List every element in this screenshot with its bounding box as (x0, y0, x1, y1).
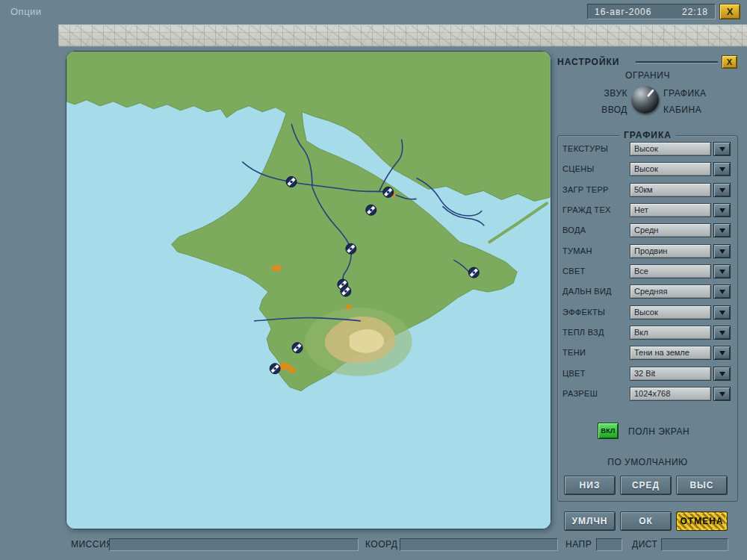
airfield-marker (468, 267, 479, 278)
ok-button[interactable]: ОК (620, 511, 672, 531)
settings-close-button[interactable]: X (722, 55, 737, 69)
airfield-marker (383, 187, 394, 197)
crimea-map (66, 52, 551, 529)
settings-header-rule (636, 61, 718, 63)
preset-high-button[interactable]: ВЫС (676, 476, 728, 495)
chevron-down-icon[interactable] (713, 183, 731, 197)
coord-label: КООРД (365, 539, 397, 550)
defaults-label: ПО УМОЛЧАНИЮ (557, 457, 738, 467)
airfield-marker (286, 176, 297, 187)
airfield-marker (346, 243, 356, 254)
dropdown-value[interactable]: Все (630, 264, 711, 279)
option-row-fog: ТУМАН Продвин (557, 244, 738, 258)
chevron-down-icon[interactable] (713, 367, 731, 381)
option-label: ТЕПЛ ВЗД (562, 328, 604, 337)
knob-option-sound[interactable]: ЗВУК (581, 88, 627, 99)
option-row-water: ВОДА Средн (557, 223, 738, 237)
option-row-color-depth: ЦВЕТ 32 Bit (557, 367, 738, 381)
airfield-marker (366, 205, 376, 215)
option-label: ТЕКСТУРЫ (562, 144, 608, 153)
chevron-down-icon[interactable] (713, 305, 731, 320)
chevron-down-icon[interactable] (713, 264, 731, 279)
close-icon: X (727, 6, 734, 17)
chevron-down-icon[interactable] (713, 244, 731, 258)
chevron-down-icon[interactable] (713, 203, 731, 217)
heading-input[interactable] (596, 538, 622, 551)
option-row-scenes: СЦЕНЫ Высок (557, 162, 738, 176)
category-knob[interactable] (631, 86, 659, 113)
dropdown-value[interactable]: 32 Bit (630, 367, 711, 381)
option-label: ТУМАН (562, 246, 592, 255)
dropdown-value[interactable]: 50км (630, 183, 711, 197)
heading-label: НАПР (565, 539, 592, 550)
option-label: ДАЛЬН ВИД (562, 287, 612, 296)
option-row-terrain-load: ЗАГР ТЕРР 50км (557, 183, 738, 197)
options-screen: Опции 16-авг-2006 22:18 X (0, 0, 747, 560)
option-label: ТЕНИ (562, 348, 586, 357)
option-label: ЦВЕТ (562, 369, 586, 378)
map-preview (66, 51, 551, 529)
distance-input[interactable] (661, 538, 728, 551)
option-label: ЗАГР ТЕРР (562, 185, 609, 194)
close-icon: X (727, 57, 732, 66)
dropdown-value[interactable]: Средн (630, 223, 711, 237)
cancel-button[interactable]: ОТМЕНА (676, 511, 728, 531)
chevron-down-icon[interactable] (713, 346, 731, 360)
option-row-heat-haze: ТЕПЛ ВЗД Вкл (557, 326, 738, 340)
dropdown-value[interactable]: Средняя (630, 284, 711, 299)
airfield-marker (292, 343, 303, 353)
knob-option-limits[interactable]: ОГРАНИЧ (557, 70, 738, 81)
chevron-down-icon[interactable] (713, 387, 731, 401)
window-title: Опции (10, 6, 42, 17)
close-button[interactable]: X (719, 4, 740, 19)
distance-label: ДИСТ (632, 539, 657, 550)
dropdown-value[interactable]: Нет (630, 203, 711, 217)
chevron-down-icon[interactable] (713, 284, 731, 299)
option-label: СВЕТ (562, 267, 586, 276)
preset-medium-button[interactable]: СРЕД (620, 476, 672, 495)
option-row-shadows: ТЕНИ Тени на земле (557, 346, 738, 360)
dropdown-value[interactable]: Высок (630, 142, 711, 156)
dropdown-value[interactable]: Продвин (630, 244, 711, 258)
dropdown-value[interactable]: Высок (630, 305, 711, 320)
knob-pointer (647, 89, 654, 97)
option-row-textures: ТЕКСТУРЫ Высок (557, 142, 738, 156)
date-text: 16-авг-2006 (595, 7, 651, 17)
map-texture-strip (58, 25, 747, 47)
airfield-marker (341, 286, 351, 296)
time-text: 22:18 (682, 7, 708, 17)
fullscreen-label: ПОЛН ЭКРАН (628, 426, 689, 437)
option-label: РАЗРЕШ (562, 389, 598, 398)
chevron-down-icon[interactable] (713, 223, 731, 237)
datetime-display: 16-авг-2006 22:18 (587, 4, 716, 19)
graphics-group-title: ГРАФИКА (619, 130, 676, 140)
fullscreen-toggle[interactable]: ВКЛ (598, 423, 619, 439)
option-label: ГРАЖД ТЕХ (562, 205, 611, 214)
option-row-effects: ЭФФЕКТЫ Высок (557, 305, 738, 320)
option-label: СЦЕНЫ (562, 164, 595, 173)
chevron-down-icon[interactable] (713, 326, 731, 340)
option-row-resolution: РАЗРЕШ 1024x768 (557, 387, 738, 401)
defaults-button[interactable]: УМЛЧН (564, 511, 616, 531)
mission-label: МИССИЯ (71, 539, 113, 550)
knob-option-graphics[interactable]: ГРАФИКА (663, 88, 707, 99)
chevron-down-icon[interactable] (713, 162, 731, 176)
option-row-visibility: ДАЛЬН ВИД Средняя (557, 284, 738, 299)
dropdown-value[interactable]: Тени на земле (630, 346, 711, 360)
option-row-civilian-tech: ГРАЖД ТЕХ Нет (557, 203, 738, 217)
chevron-down-icon[interactable] (713, 142, 731, 156)
dropdown-value[interactable]: Высок (630, 162, 711, 176)
coord-input[interactable] (400, 538, 558, 551)
mission-input[interactable] (109, 538, 359, 551)
dropdown-value[interactable]: Вкл (630, 326, 711, 340)
settings-header: НАСТРОЙКИ (557, 57, 619, 67)
preset-low-button[interactable]: НИЗ (564, 476, 616, 495)
option-label: ЭФФЕКТЫ (562, 308, 605, 317)
option-row-light: СВЕТ Все (557, 264, 738, 279)
airfield-marker (270, 364, 280, 374)
knob-option-cockpit[interactable]: КАБИНА (663, 105, 701, 115)
knob-option-input[interactable]: ВВОД (581, 105, 627, 115)
dropdown-value[interactable]: 1024x768 (630, 387, 711, 401)
option-label: ВОДА (562, 225, 586, 234)
